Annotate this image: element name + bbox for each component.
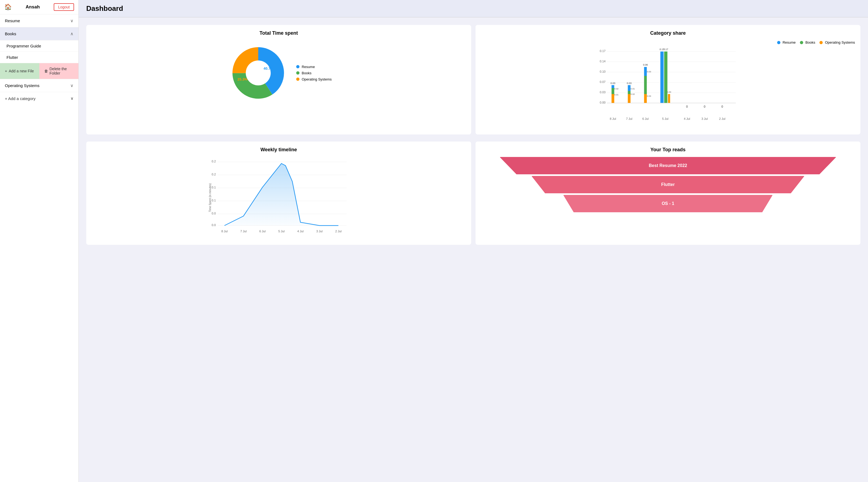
svg-rect-21 (612, 88, 614, 94)
svg-text:2 Jul: 2 Jul (719, 117, 725, 120)
svg-rect-28 (628, 91, 631, 94)
svg-text:0.17: 0.17 (663, 48, 669, 51)
svg-point-3 (246, 60, 271, 86)
weekly-chart-svg: 0.2 0.2 0.1 0.1 0.0 0.0 Time Spent (in m… (92, 157, 466, 238)
svg-rect-20 (612, 94, 614, 103)
svg-text:0.14: 0.14 (600, 60, 606, 63)
top-reads-section: Your Top reads Best Resume 2022 Flutter … (475, 141, 860, 245)
svg-text:6 Jul: 6 Jul (259, 230, 266, 233)
resume-label: Resume (5, 19, 20, 23)
home-icon[interactable]: 🏠 (4, 3, 12, 10)
funnel-container: Best Resume 2022 Flutter OS - 1 (481, 157, 855, 212)
svg-rect-35 (644, 76, 647, 94)
svg-text:4 Jul: 4 Jul (297, 230, 304, 233)
bar-chart-section: Category share Resume Books Operating Sy… (475, 25, 860, 134)
svg-text:7 Jul: 7 Jul (240, 230, 247, 233)
bar-chart-title: Category share (481, 30, 855, 36)
svg-text:4 Jul: 4 Jul (684, 117, 690, 120)
svg-text:40.7%: 40.7% (264, 66, 274, 70)
svg-text:34.0%: 34.0% (250, 90, 260, 94)
donut-chart-svg: 40.7% 34.0% 25.3% (226, 40, 291, 105)
svg-text:8 Jul: 8 Jul (610, 117, 616, 120)
svg-text:0.03: 0.03 (600, 91, 606, 94)
svg-text:0.17: 0.17 (600, 49, 606, 53)
svg-text:0.2: 0.2 (212, 160, 216, 163)
flutter-label: Flutter (6, 55, 18, 60)
funnel-bar-3: OS - 1 (563, 195, 773, 212)
legend-books: Books (296, 71, 332, 75)
svg-text:0.07: 0.07 (600, 80, 606, 84)
weekly-chart-section: Weekly timeline 0.2 0.2 0.1 0.1 0.0 0.0 … (86, 141, 471, 245)
svg-rect-27 (628, 94, 631, 103)
svg-rect-34 (644, 94, 647, 103)
chevron-down-icon-cat: ∨ (70, 96, 73, 101)
delete-folder-button[interactable]: 🗑 Delete the Folder (39, 63, 79, 79)
svg-text:0.03: 0.03 (647, 95, 651, 97)
sidebar-item-books[interactable]: Books ∧ (0, 27, 79, 40)
plus-icon: + (5, 69, 7, 73)
svg-text:0: 0 (721, 105, 723, 108)
legend-os: Operating Systems (296, 77, 332, 81)
add-file-button[interactable]: + Add a new File (0, 63, 39, 79)
svg-rect-45 (668, 94, 670, 103)
bar-legend-dot-os (819, 41, 823, 44)
svg-text:0.03: 0.03 (611, 82, 616, 85)
svg-text:0.2: 0.2 (212, 173, 216, 176)
svg-text:0.10: 0.10 (600, 70, 606, 73)
svg-text:0.02: 0.02 (614, 88, 619, 90)
donut-chart-container: 40.7% 34.0% 25.3% Resume Books O (92, 40, 466, 105)
svg-text:25.3%: 25.3% (238, 77, 248, 81)
svg-text:0.02: 0.02 (631, 93, 635, 95)
books-label: Books (5, 31, 16, 36)
sidebar: 🏠 Ansah Logout Resume ∨ Books ∧ Programm… (0, 0, 79, 482)
legend-dot-books (296, 71, 300, 74)
funnel-label-3: OS - 1 (661, 201, 674, 206)
bar-chart-svg: 0.17 0.14 0.10 0.07 0.03 0.00 (481, 46, 855, 128)
sidebar-header: 🏠 Ansah Logout (0, 0, 79, 14)
main-content: Dashboard Total Time spent 40. (79, 0, 868, 482)
svg-text:5 Jul: 5 Jul (662, 117, 669, 120)
svg-text:2 Jul: 2 Jul (335, 230, 341, 233)
trash-icon: 🗑 (44, 69, 48, 73)
svg-text:7 Jul: 7 Jul (626, 117, 632, 120)
svg-text:5 Jul: 5 Jul (278, 230, 284, 233)
add-category-button[interactable]: + Add a category ∨ (0, 92, 79, 105)
svg-text:0.03: 0.03 (647, 70, 651, 73)
svg-rect-36 (644, 67, 647, 76)
sidebar-item-flutter[interactable]: Flutter (0, 52, 79, 63)
svg-text:0.0: 0.0 (212, 223, 216, 227)
donut-chart-section: Total Time spent 40.7% 34.0% 25.3 (86, 25, 471, 134)
svg-text:0: 0 (686, 105, 688, 108)
sidebar-item-programmer-guide[interactable]: Programmer Guide (0, 40, 79, 52)
add-category-label: + Add a category (5, 96, 35, 101)
svg-text:0: 0 (704, 105, 705, 108)
username-label: Ansah (26, 4, 40, 10)
bar-legend-dot-resume (777, 41, 780, 44)
sidebar-item-resume[interactable]: Resume ∨ (0, 14, 79, 27)
svg-text:8 Jul: 8 Jul (221, 230, 227, 233)
add-file-label: Add a new File (9, 69, 34, 73)
svg-text:0.1: 0.1 (212, 199, 216, 202)
svg-text:6 Jul: 6 Jul (642, 117, 649, 120)
svg-text:0.03: 0.03 (667, 91, 671, 93)
svg-rect-22 (612, 85, 614, 88)
top-reads-title: Your Top reads (481, 147, 855, 153)
bar-legend-resume: Resume (777, 40, 796, 44)
chevron-up-icon: ∧ (70, 31, 73, 36)
svg-text:0.0: 0.0 (212, 212, 216, 215)
svg-text:0.1: 0.1 (212, 186, 216, 189)
logout-button[interactable]: Logout (54, 3, 74, 11)
svg-text:0.06: 0.06 (643, 63, 648, 66)
bar-legend-books: Books (800, 40, 815, 44)
legend-label-resume: Resume (302, 65, 315, 69)
svg-rect-41 (660, 52, 664, 103)
page-title: Dashboard (86, 4, 123, 12)
funnel-label-2: Flutter (661, 182, 675, 187)
legend-resume: Resume (296, 65, 332, 69)
donut-legend: Resume Books Operating Systems (296, 65, 332, 81)
chevron-down-icon: ∨ (70, 18, 73, 23)
sidebar-item-operating-systems[interactable]: Operating Systems ∨ (0, 79, 79, 92)
svg-rect-29 (628, 85, 631, 91)
legend-label-os: Operating Systems (302, 77, 332, 81)
bar-legend-os: Operating Systems (819, 40, 855, 44)
